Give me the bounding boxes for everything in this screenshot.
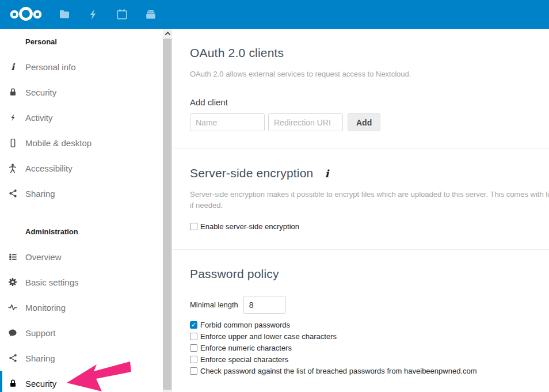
share-icon [8,188,17,199]
add-client-label: Add client [190,97,549,107]
client-name-input[interactable] [190,113,265,131]
sidebar-item-mobile-desktop[interactable]: Mobile & desktop [0,130,163,155]
encryption-section: Server-side encryption i Server-side enc… [173,149,549,250]
activity-bolt-icon[interactable] [79,0,108,29]
sidebar-item-admin-support[interactable]: Support [0,320,163,345]
bolt-icon [8,112,17,123]
forbid-common-passwords-checkbox[interactable] [190,321,197,329]
sidebar-item-security[interactable]: Security [0,79,163,105]
enable-encryption-label: Enable server-side encryption [200,222,299,231]
policy-row: Forbid common passwords [190,319,549,330]
add-client-form: Add [190,113,549,131]
password-policy-section: Password policy Minimal length Forbid co… [173,250,549,392]
app-body: Personal Personal info Security [0,29,549,392]
info-tooltip-icon[interactable]: i [325,168,329,180]
chat-bubble-icon [8,328,17,338]
app-launcher [50,0,165,29]
gear-icon [8,277,17,287]
oauth-section-description: OAuth 2.0 allows external services to re… [190,68,549,79]
sidebar-item-sharing[interactable]: Sharing [0,181,163,206]
enable-encryption-checkbox[interactable] [190,223,197,230]
settings-content: OAuth 2.0 clients OAuth 2.0 allows exter… [173,29,549,392]
scrollbar-up-button[interactable] [163,29,172,39]
check-haveibeenpwned-checkbox[interactable] [190,367,197,375]
password-policy-checkbox-list: Forbid common passwords Enforce upper an… [190,319,549,376]
policy-row: Enforce upper and lower case characters [190,330,549,342]
sidebar-scrollbar[interactable] [163,29,172,392]
minimal-length-row: Minimal length [190,296,549,314]
enable-encryption-row: Enable server-side encryption [190,220,549,232]
files-folder-icon[interactable] [50,0,79,29]
sidebar-caption-administration: Administration [0,219,163,244]
password-policy-title: Password policy [190,267,549,281]
oauth-section-title: OAuth 2.0 clients [190,46,549,60]
phone-icon [8,138,17,148]
encryption-description: Server-side encryption makes it possible… [190,189,549,211]
calendar-icon[interactable] [108,0,136,29]
sidebar-item-personal-info[interactable]: Personal info [0,54,163,79]
sidebar-item-activity[interactable]: Activity [0,105,163,130]
policy-row: Enforce numeric characters [190,342,549,353]
scrollbar-thumb[interactable] [163,39,171,390]
enforce-upper-lower-checkbox[interactable] [190,333,197,340]
settings-sidebar: Personal Personal info Security [0,29,173,392]
top-header-bar [0,0,549,29]
enforce-special-checkbox[interactable] [190,356,197,363]
info-icon [8,62,17,72]
pulse-icon [8,302,17,313]
minimal-length-label: Minimal length [190,300,238,309]
chevron-up-icon [165,32,170,37]
deck-stack-icon[interactable] [136,0,165,29]
sidebar-item-admin-basic-settings[interactable]: Basic settings [0,269,163,295]
policy-row: Enforce special characters [190,353,549,365]
policy-row: Check password against the list of breac… [190,365,549,376]
encryption-section-title: Server-side encryption [190,166,314,180]
minimal-length-input[interactable] [243,296,286,314]
sidebar-item-admin-overview[interactable]: Overview [0,244,163,269]
sidebar-item-admin-security[interactable]: Security [0,371,163,392]
nextcloud-logo-icon[interactable] [7,5,44,24]
redirection-uri-input[interactable] [268,113,343,131]
enforce-numeric-checkbox[interactable] [190,344,197,352]
sidebar-item-accessibility[interactable]: Accessibility [0,155,163,181]
sidebar-caption-personal: Personal [0,29,163,54]
sidebar-item-admin-monitoring[interactable]: Monitoring [0,295,163,320]
add-client-button[interactable]: Add [348,113,380,131]
share-icon [8,353,17,363]
oauth-section: OAuth 2.0 clients OAuth 2.0 allows exter… [173,29,549,149]
accessibility-person-icon [8,163,17,173]
list-overview-icon [8,252,17,262]
sidebar-item-admin-sharing[interactable]: Sharing [0,345,163,371]
lock-icon [8,87,17,97]
lock-icon [8,378,17,389]
